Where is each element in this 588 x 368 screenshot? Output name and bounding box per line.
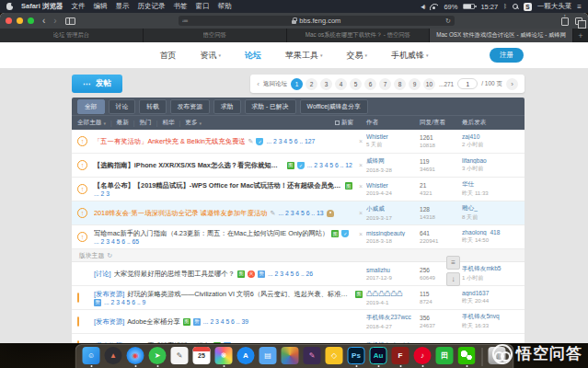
page-number[interactable]: 2	[306, 78, 317, 90]
column-author[interactable]: 作者	[366, 119, 420, 127]
back-to-forum-link[interactable]: 返回论坛	[263, 80, 287, 88]
filter-tab[interactable]: Woffice|威锋盘分享	[300, 99, 368, 114]
thread-row[interactable]: ↑写给mac新手的入门指南（4.23更新：周五：在Mac上如何访问IE Only…	[72, 225, 525, 249]
audition-icon[interactable]: Au	[370, 347, 387, 364]
sidebar-toggle-button[interactable]	[65, 17, 75, 25]
thread-title-link[interactable]: 大家觉得最好用的思维导图工具是哪个？	[114, 270, 235, 279]
thread-title-link[interactable]: 「五一有奖活动」Anker快充 & Belkin无线充免费送	[94, 137, 246, 146]
page-number[interactable]: 6	[364, 78, 376, 90]
page-number[interactable]: 7	[379, 78, 391, 90]
filter-tab[interactable]: 全部	[77, 99, 105, 114]
float-bottom-button[interactable]: ↓	[446, 272, 460, 286]
last-post-user[interactable]: 雕心_	[462, 204, 519, 213]
thread-pages-link[interactable]: ... 2 3 4 5 6 .. 9	[104, 299, 145, 305]
spotlight-search-icon[interactable]	[513, 4, 518, 9]
thread-row[interactable]: [发布资源]3dmax正式版高清版5.0绿色图赞... 2 3 4 5 6 ..…	[72, 334, 525, 343]
thread-row[interactable]: ↑2018锋友会·第一场深圳活动全记录 诚邀锋友参加年度活动✎... 2 3 4…	[72, 201, 525, 225]
thread-title-link[interactable]: 【名单公布】【2019精品试玩】-WPS Office for Mac试玩活动！…	[94, 181, 342, 190]
new-tab-button[interactable]: +	[573, 29, 588, 42]
menubar-item[interactable]: 窗口	[195, 2, 209, 11]
thread-pages-link[interactable]: ... 2 3 4 5 6 .. 8	[234, 342, 275, 343]
address-bar[interactable]: ≔ bbs.feng.com ↻	[179, 16, 455, 26]
nav-item[interactable]: 资讯▾	[200, 50, 221, 62]
red-f-app-icon[interactable]: F	[392, 347, 409, 364]
new-window-checkbox[interactable]	[335, 121, 340, 125]
thread-row[interactable]: ↑【名单公布】【2019精品试玩】-WPS Office for Mac试玩活动…	[72, 178, 525, 201]
thread-pages-link[interactable]: ... 2 3	[94, 190, 110, 197]
nav-item[interactable]: 手机威锋▾	[391, 50, 429, 62]
author-name[interactable]: 手机锋友237wcc	[366, 314, 420, 322]
sort-link[interactable]: 热门	[140, 119, 152, 127]
sort-link[interactable]: 最新	[117, 119, 129, 127]
minimize-window-button[interactable]	[17, 17, 23, 24]
float-list-button[interactable]: ≡	[446, 256, 460, 270]
page-jump-input[interactable]	[457, 78, 478, 89]
register-button[interactable]: 注册	[490, 48, 524, 63]
last-post-user[interactable]: 手机锋友5nvq	[462, 313, 519, 321]
author-name[interactable]: missingbeauty	[366, 230, 420, 236]
nav-item[interactable]: 论坛	[245, 50, 261, 62]
thread-title-link[interactable]: 好玩的策略类游戏——Civilization VI 文明6（风云变幻、迭起兴衰、…	[127, 290, 352, 299]
thread-title-link[interactable]: 写给mac新手的入门指南（4.23更新：周五：在Mac上如何访问IE Only的…	[94, 229, 329, 238]
thread-pages-link[interactable]: ... 2 3 4 5 6 .. 65	[94, 238, 139, 245]
thread-title-link[interactable]: Adobe全家桶分享	[127, 317, 180, 327]
next-page-button[interactable]: ›	[506, 78, 518, 90]
page-ellipsis[interactable]: ...271	[439, 81, 454, 87]
last-post-user[interactable]: 华仕	[462, 180, 519, 189]
thread-pages-link[interactable]: ... 2 3 4 5 6 .. 127	[266, 138, 315, 144]
page-number[interactable]: 3	[320, 78, 332, 90]
column-replies-views[interactable]: 回复/查看	[420, 119, 462, 127]
page-number[interactable]: 10	[423, 78, 435, 90]
page-number[interactable]: 4	[335, 78, 347, 90]
menubar-item[interactable]: Safari 浏览器	[21, 2, 63, 11]
filter-tab[interactable]: 求助	[213, 99, 241, 114]
safari-icon[interactable]: ◉	[127, 347, 144, 364]
author-name[interactable]: smalizhu	[366, 267, 420, 273]
thread-row[interactable]: [发布资源]Adobe全家桶分享图赞... 2 3 4 5 6 .. 39手机锋…	[72, 310, 525, 334]
share-icon[interactable]	[561, 17, 569, 26]
thread-pages-link[interactable]: ... 2 3 4 5 6 .. 39	[203, 318, 248, 325]
thread-title-link[interactable]: 2018锋友会·第一场深圳活动全记录 诚邀锋友参加年度活动	[94, 209, 268, 218]
reader-mode-icon[interactable]: ≔	[182, 17, 189, 25]
sort-link[interactable]: 更多▾	[185, 119, 202, 127]
menubar-item[interactable]: 编辑	[93, 2, 107, 11]
art-app-icon[interactable]: ✎	[304, 347, 321, 364]
netease-music-icon[interactable]: ♪	[414, 347, 432, 364]
notification-center-icon[interactable]: ≡	[577, 3, 582, 11]
rocket-app-icon[interactable]: ▲	[105, 347, 122, 364]
filter-tab[interactable]: 求助 - 已解决	[245, 99, 296, 114]
photoshop-icon[interactable]: Ps	[348, 347, 365, 364]
close-icon[interactable]: ×	[355, 183, 363, 190]
zoom-window-button[interactable]	[28, 17, 34, 24]
thread-category[interactable]: [发布资源]	[94, 317, 124, 327]
back-button[interactable]: ‹	[42, 17, 45, 26]
reload-icon[interactable]: ↻	[445, 17, 451, 25]
forward-button[interactable]: ›	[53, 17, 56, 26]
last-post-user[interactable]: agnd1637	[462, 290, 519, 296]
thread-title-link[interactable]: 3dmax正式版高清版5.0绿色	[127, 341, 210, 344]
thread-row[interactable]: ↑【选购指南】iPhone X/XR/XS/XS Max怎么选？看完你就知道了图…	[72, 154, 525, 178]
clock[interactable]: 15:27	[480, 3, 498, 11]
apple-icon[interactable]	[6, 3, 13, 10]
tab-overview-icon[interactable]	[575, 17, 582, 25]
nav-item[interactable]: 交易▾	[347, 50, 368, 62]
page-number[interactable]: 5	[350, 78, 362, 90]
thread-title-link[interactable]: 【选购指南】iPhone X/XR/XS/XS Max怎么选？看完你就知道了	[94, 161, 284, 170]
author-name[interactable]: Whistler	[366, 133, 420, 140]
app-store-icon[interactable]: A	[237, 347, 255, 364]
thread-pages-link[interactable]: ... 2 3 4 5 6 .. 12	[307, 162, 352, 168]
preview-icon[interactable]: ✎	[171, 347, 189, 364]
sort-link[interactable]: 精华	[162, 119, 174, 127]
menubar-item[interactable]: 历史记录	[137, 2, 165, 11]
nav-item[interactable]: 苹果工具▾	[285, 50, 323, 62]
finder-icon[interactable]: ☺	[83, 347, 100, 364]
filter-tab[interactable]: 转载	[139, 99, 167, 114]
user-menu[interactable]: 一颗大头菜	[537, 2, 572, 11]
menubar-item[interactable]: 帮助	[217, 2, 231, 11]
menubar-item[interactable]: 显示	[115, 2, 129, 11]
wifi-icon[interactable]	[430, 4, 438, 10]
author-name[interactable]: 威锋网	[366, 157, 420, 166]
thread-category[interactable]: [讨论]	[94, 270, 111, 279]
bluetooth-icon[interactable]: ᛒ	[503, 4, 507, 9]
page-number[interactable]: 9	[409, 78, 421, 90]
